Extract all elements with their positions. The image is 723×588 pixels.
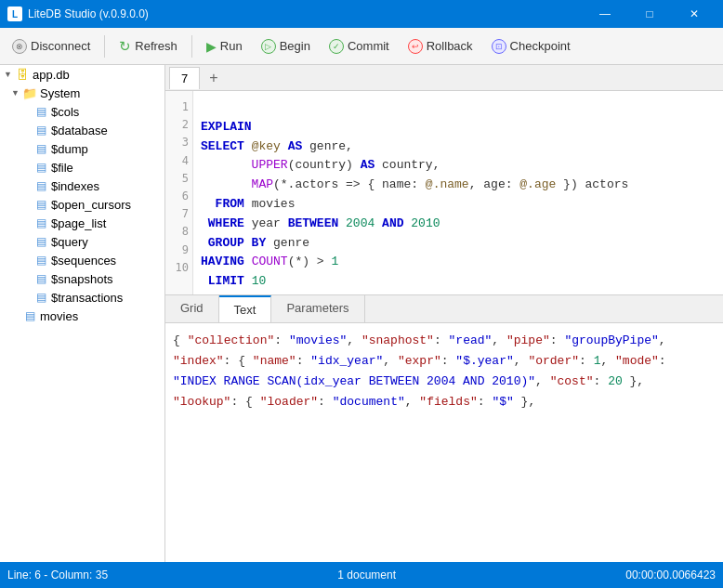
checkpoint-icon: ⊡ <box>492 39 506 54</box>
sidebar-item-open-cursors[interactable]: ▤ $open_cursors <box>0 195 164 214</box>
sidebar-item-database[interactable]: ▤ $database <box>0 121 164 139</box>
sidebar-label-dump: $dump <box>51 142 88 156</box>
sidebar-item-sequences[interactable]: ▤ $sequences <box>0 251 164 269</box>
disconnect-button[interactable]: ⊗ Disconnect <box>4 32 99 61</box>
tab-grid[interactable]: Grid <box>165 295 219 322</box>
sidebar-item-indexes[interactable]: ▤ $indexes <box>0 176 164 195</box>
sidebar-item-movies[interactable]: ▤ movies <box>0 307 164 325</box>
main-layout: ▼ 🗄 app.db ▼ 📁 System ▤ $cols ▤ $databas… <box>0 65 723 562</box>
sidebar-item-snapshots[interactable]: ▤ $snapshots <box>0 269 164 288</box>
sidebar-label-indexes: $indexes <box>51 179 99 193</box>
refresh-button[interactable]: ↻ Refresh <box>111 32 186 61</box>
table-icon-query: ▤ <box>33 234 48 249</box>
table-icon-page-list: ▤ <box>33 216 48 230</box>
table-icon-movies: ▤ <box>22 308 37 323</box>
minimize-button[interactable]: — <box>584 0 626 28</box>
checkpoint-button[interactable]: ⊡ Checkpoint <box>483 32 579 61</box>
line-numbers: 1 2 3 4 5 6 7 8 9 10 <box>165 91 193 294</box>
sidebar-label-appdb: app.db <box>33 68 70 82</box>
sidebar-label-query: $query <box>51 235 88 249</box>
sidebar-item-file[interactable]: ▤ $file <box>0 158 164 176</box>
close-button[interactable]: ✕ <box>673 0 716 28</box>
table-icon-cols: ▤ <box>33 104 48 119</box>
status-time: 00:00:00.0066423 <box>625 568 716 581</box>
sidebar-item-system[interactable]: ▼ 📁 System <box>0 84 164 102</box>
begin-icon: ▷ <box>261 39 276 54</box>
title-bar: L LiteDB Studio (v.0.9.0.0) — □ ✕ <box>0 0 723 28</box>
table-icon-database: ▤ <box>33 123 48 137</box>
app-icon: L <box>7 7 22 21</box>
sidebar-label-page-list: $page_list <box>51 216 106 230</box>
sidebar-label-sequences: $sequences <box>51 254 116 268</box>
status-bar: Line: 6 - Column: 35 1 document 00:00:00… <box>0 562 723 588</box>
run-button[interactable]: ▶ Run <box>198 32 251 61</box>
maximize-button[interactable]: □ <box>628 0 671 28</box>
status-doc-count: 1 document <box>337 568 396 581</box>
sidebar-label-movies: movies <box>40 309 78 323</box>
sidebar: ▼ 🗄 app.db ▼ 📁 System ▤ $cols ▤ $databas… <box>0 65 165 562</box>
table-icon-indexes: ▤ <box>33 178 48 193</box>
sidebar-label-open-cursors: $open_cursors <box>51 198 131 212</box>
sidebar-label-file: $file <box>51 161 73 175</box>
result-tabs-bar: Grid Text Parameters <box>165 295 723 323</box>
sidebar-label-transactions: $transactions <box>51 291 123 305</box>
editor-tab-bar: 7 + <box>165 65 723 91</box>
rollback-icon: ↩ <box>408 39 423 54</box>
toolbar: ⊗ Disconnect ↻ Refresh ▶ Run ▷ Begin ✓ C… <box>0 28 723 65</box>
toolbar-separator-1 <box>104 35 105 58</box>
sidebar-label-system: System <box>40 86 80 100</box>
refresh-icon: ↻ <box>119 38 131 55</box>
sidebar-item-page-list[interactable]: ▤ $page_list <box>0 214 164 232</box>
sidebar-item-transactions[interactable]: ▤ $transactions <box>0 288 164 307</box>
sidebar-item-dump[interactable]: ▤ $dump <box>0 139 164 158</box>
rollback-button[interactable]: ↩ Rollback <box>400 32 481 61</box>
editor-tab-7[interactable]: 7 <box>169 67 200 89</box>
status-line-col: Line: 6 - Column: 35 <box>7 568 108 581</box>
result-area[interactable]: { "collection": "movies", "snaphost": "r… <box>165 323 723 562</box>
table-icon-open-cursors: ▤ <box>33 197 48 212</box>
run-icon: ▶ <box>206 39 217 54</box>
table-icon-sequences: ▤ <box>33 253 48 268</box>
sidebar-item-appdb[interactable]: ▼ 🗄 app.db <box>0 65 164 84</box>
db-icon: 🗄 <box>15 67 30 82</box>
title-bar-left: L LiteDB Studio (v.0.9.0.0) <box>7 7 149 21</box>
sidebar-label-database: $database <box>51 124 108 137</box>
table-icon-snapshots: ▤ <box>33 271 48 286</box>
sidebar-item-cols[interactable]: ▤ $cols <box>0 102 164 121</box>
toolbar-separator-2 <box>191 35 192 58</box>
tab-text[interactable]: Text <box>219 295 272 322</box>
code-editor[interactable]: EXPLAIN SELECT @key AS genre, UPPER(coun… <box>193 91 723 294</box>
table-icon-dump: ▤ <box>33 141 48 156</box>
folder-icon-system: 📁 <box>22 85 37 100</box>
tab-parameters[interactable]: Parameters <box>271 295 364 322</box>
tree-arrow: ▼ <box>4 70 15 79</box>
sidebar-label-cols: $cols <box>51 105 79 119</box>
content-area: 7 + 1 2 3 4 5 6 7 8 9 10 EXPLAIN SELECT … <box>165 65 723 562</box>
commit-button[interactable]: ✓ Commit <box>321 32 398 61</box>
editor-area: 1 2 3 4 5 6 7 8 9 10 EXPLAIN SELECT @key… <box>165 91 723 295</box>
disconnect-icon: ⊗ <box>12 39 27 54</box>
commit-icon: ✓ <box>329 39 344 54</box>
sidebar-label-snapshots: $snapshots <box>51 272 113 286</box>
editor-tab-add[interactable]: + <box>202 66 225 90</box>
table-icon-file: ▤ <box>33 160 48 175</box>
app-title: LiteDB Studio (v.0.9.0.0) <box>28 7 149 20</box>
tree-arrow-system: ▼ <box>11 88 22 98</box>
table-icon-transactions: ▤ <box>33 290 48 305</box>
sidebar-item-query[interactable]: ▤ $query <box>0 232 164 251</box>
title-controls[interactable]: — □ ✕ <box>584 0 716 28</box>
begin-button[interactable]: ▷ Begin <box>253 32 319 61</box>
